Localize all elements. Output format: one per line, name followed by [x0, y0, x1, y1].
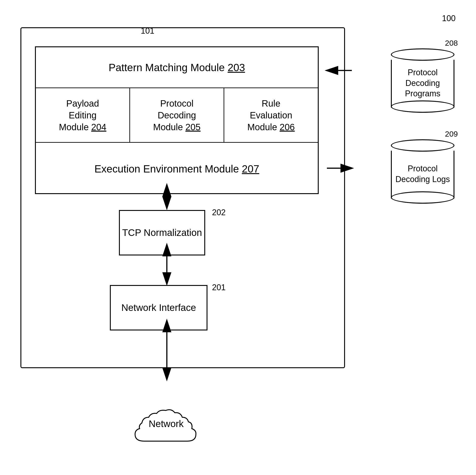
ref-209: 209 [388, 129, 458, 138]
payload-editing-cell: PayloadEditingModule 204 [36, 88, 130, 142]
protocol-programs-label: Protocol Decoding Programs [392, 65, 454, 101]
protocol-decoding-cell: ProtocolDecodingModule 205 [130, 88, 224, 142]
network-label: Network [149, 419, 184, 429]
ref-208: 208 [388, 39, 458, 48]
pattern-matching-box: Pattern Matching Module 203 [36, 47, 318, 88]
payload-editing-label: PayloadEditingModule 204 [59, 97, 106, 133]
network-interface-label: Network Interface [121, 302, 196, 314]
execution-env-box: Execution Environment Module 207 [36, 143, 318, 195]
modules-row: PayloadEditingModule 204 ProtocolDecodin… [36, 88, 318, 143]
execution-env-label: Execution Environment Module 207 [94, 163, 259, 175]
ref-100: 100 [442, 14, 456, 23]
tcp-normalization-box: TCP Normalization [119, 210, 205, 256]
ref-201: 201 [212, 283, 226, 292]
rule-evaluation-label: RuleEvaluationModule 206 [247, 97, 295, 133]
protocol-logs-label: Protocol Decoding Logs [392, 161, 454, 187]
pattern-matching-label: Pattern Matching Module 203 [109, 61, 245, 74]
inner-module-box: Pattern Matching Module 203 PayloadEditi… [35, 46, 319, 194]
network-interface-box: Network Interface [110, 285, 207, 330]
tcp-label: TCP Normalization [122, 227, 202, 239]
protocol-logs-cylinder: 209 Protocol Decoding Logs [388, 129, 458, 198]
ref-202: 202 [212, 208, 226, 217]
diagram-container: 100 101 Pattern Matching Module 203 Payl… [14, 14, 462, 464]
protocol-programs-cylinder: 208 Protocol Decoding Programs [388, 39, 458, 108]
rule-evaluation-cell: RuleEvaluationModule 206 [224, 88, 318, 142]
protocol-decoding-label: ProtocolDecodingModule 205 [153, 97, 201, 133]
outer-box: Pattern Matching Module 203 PayloadEditi… [20, 27, 345, 368]
network-cloud: Network [126, 405, 199, 451]
